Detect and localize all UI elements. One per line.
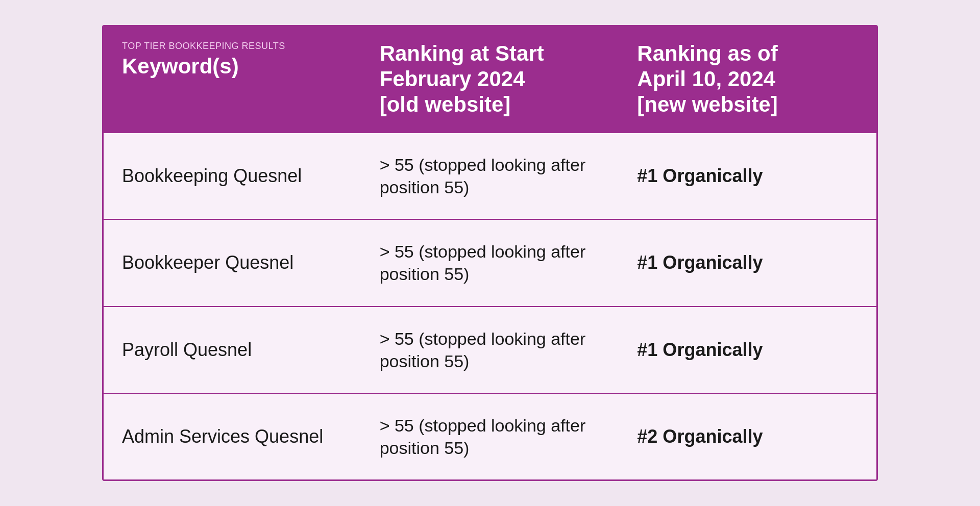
ranking-start-cell: > 55 (stopped looking after position 55) <box>361 133 619 219</box>
header-ranking-new: Ranking as of April 10, 2024 [new websit… <box>619 27 876 132</box>
table-body: Bookkeeping Quesnel> 55 (stopped looking… <box>104 132 876 480</box>
table-row: Bookkeeping Quesnel> 55 (stopped looking… <box>104 132 876 219</box>
results-table: TOP TIER BOOKKEEPING RESULTS Keyword(s) … <box>102 25 878 482</box>
ranking-new-cell: #1 Organically <box>619 220 876 306</box>
table-row: Payroll Quesnel> 55 (stopped looking aft… <box>104 306 876 393</box>
header-ranking-new-title: Ranking as of April 10, 2024 [new websit… <box>637 41 858 118</box>
header-keywords-title: Keyword(s) <box>122 54 343 79</box>
table-row: Bookkeeper Quesnel> 55 (stopped looking … <box>104 219 876 306</box>
table-header: TOP TIER BOOKKEEPING RESULTS Keyword(s) … <box>104 27 876 132</box>
header-subtitle: TOP TIER BOOKKEEPING RESULTS <box>122 41 343 52</box>
header-ranking-start-title: Ranking at Start February 2024 [old webs… <box>380 41 601 118</box>
ranking-start-cell: > 55 (stopped looking after position 55) <box>361 307 619 393</box>
keyword-cell: Bookkeeper Quesnel <box>104 220 361 306</box>
keyword-cell: Payroll Quesnel <box>104 307 361 393</box>
ranking-start-cell: > 55 (stopped looking after position 55) <box>361 394 619 479</box>
header-keywords: TOP TIER BOOKKEEPING RESULTS Keyword(s) <box>104 27 361 132</box>
table-row: Admin Services Quesnel> 55 (stopped look… <box>104 393 876 479</box>
ranking-new-cell: #1 Organically <box>619 133 876 219</box>
keyword-cell: Admin Services Quesnel <box>104 394 361 479</box>
ranking-start-cell: > 55 (stopped looking after position 55) <box>361 220 619 306</box>
ranking-new-cell: #2 Organically <box>619 394 876 479</box>
keyword-cell: Bookkeeping Quesnel <box>104 133 361 219</box>
header-ranking-start: Ranking at Start February 2024 [old webs… <box>361 27 619 132</box>
ranking-new-cell: #1 Organically <box>619 307 876 393</box>
